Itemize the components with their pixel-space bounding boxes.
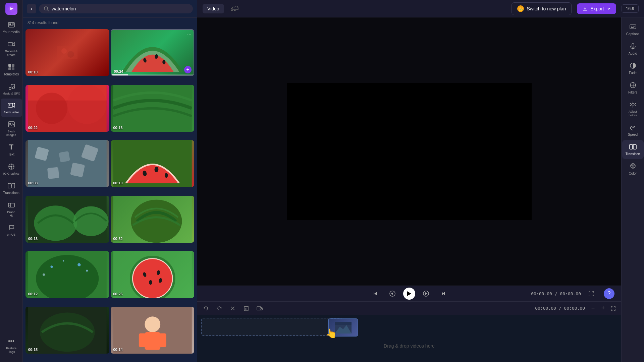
right-tool-audio[interactable]: Audio xyxy=(622,40,644,58)
video-5-duration: 00:08 xyxy=(28,181,38,185)
video-thumb-1[interactable]: 00:10 xyxy=(25,29,109,76)
sidebar-item-transitions[interactable]: Transitions xyxy=(1,179,22,198)
preview-area xyxy=(197,17,621,286)
video-thumb-2[interactable]: ··· 00:24 + xyxy=(111,29,195,76)
video-9-duration: 00:12 xyxy=(28,292,38,296)
video-thumb-12[interactable]: 00:14 xyxy=(111,307,195,354)
search-input-wrap[interactable] xyxy=(39,4,193,13)
svg-rect-3 xyxy=(9,23,11,25)
svg-rect-50 xyxy=(28,140,107,187)
audio-label: Audio xyxy=(629,52,637,56)
right-tool-transition[interactable]: Transition xyxy=(622,140,644,159)
back-button[interactable]: ‹ xyxy=(27,4,36,13)
adjust-colors-label: Adjust colors xyxy=(629,110,637,117)
sidebar-item-your-media[interactable]: Your media xyxy=(1,18,22,37)
video-thumb-11[interactable]: 00:15 xyxy=(25,307,109,354)
svg-point-70 xyxy=(86,270,88,272)
video-thumb-8[interactable]: 00:32 xyxy=(111,196,195,243)
video-2-more[interactable]: ··· xyxy=(187,32,192,38)
right-tool-adjust-colors[interactable]: Adjust colors xyxy=(622,98,644,120)
video-7-duration: 00:13 xyxy=(28,237,38,241)
video-thumb-3[interactable]: 00:22 xyxy=(25,85,109,132)
video-thumb-5[interactable]: 00:08 xyxy=(25,140,109,187)
sidebar-label-record-create: Record & create xyxy=(5,50,18,57)
sidebar-item-text[interactable]: T Text xyxy=(1,140,22,159)
sidebar-item-templates[interactable]: Templates xyxy=(1,60,22,79)
fit-timeline-button[interactable] xyxy=(609,304,617,312)
sidebar-item-stock-video[interactable]: Stock video xyxy=(1,99,22,117)
sidebar-item-stock-images[interactable]: Stock images xyxy=(1,118,22,140)
right-tool-speed[interactable]: Speed xyxy=(622,121,644,139)
help-button[interactable]: ? xyxy=(604,288,614,299)
right-tool-color[interactable]: Color xyxy=(622,160,644,178)
tab-cloud-icon[interactable] xyxy=(229,3,240,14)
svg-rect-12 xyxy=(12,67,14,70)
fade-icon xyxy=(629,62,637,70)
right-tool-captions[interactable]: Captions xyxy=(622,20,644,39)
skip-back-button[interactable] xyxy=(371,288,382,299)
svg-marker-96 xyxy=(391,292,393,295)
adjust-colors-icon xyxy=(629,101,637,109)
video-8-duration: 00:32 xyxy=(113,237,123,241)
sidebar-label-text: Text xyxy=(8,153,14,157)
sidebar-label-your-media: Your media xyxy=(3,30,19,34)
play-button[interactable] xyxy=(403,288,415,300)
svg-rect-10 xyxy=(12,64,14,67)
redo-button[interactable] xyxy=(215,304,224,313)
tab-video[interactable]: Video xyxy=(203,4,224,13)
right-tool-fade[interactable]: Fade xyxy=(622,59,644,78)
new-plan-button[interactable]: 👑 Switch to new plan xyxy=(512,2,572,15)
zoom-out-button[interactable]: − xyxy=(589,304,597,312)
video-thumb-4[interactable]: 00:16 xyxy=(111,85,195,132)
brand-kit-icon xyxy=(7,201,15,209)
color-icon xyxy=(629,162,637,170)
export-button[interactable]: Export xyxy=(577,3,616,14)
video-thumb-7[interactable]: 00:13 xyxy=(25,196,109,243)
sidebar-item-brand-kit[interactable]: Brand kit xyxy=(1,198,22,221)
sidebar-label-transitions: Transitions xyxy=(3,191,19,195)
step-forward-button[interactable] xyxy=(421,288,431,299)
crown-icon: 👑 xyxy=(517,5,524,12)
stock-video-icon xyxy=(7,101,15,109)
right-tool-filters[interactable]: Filters xyxy=(622,78,644,97)
filters-icon xyxy=(629,81,637,89)
video-3-duration: 00:22 xyxy=(28,126,38,130)
svg-point-47 xyxy=(36,93,67,124)
video-thumb-6[interactable]: 00:10 xyxy=(111,140,195,187)
sidebar-item-record-create[interactable]: Record & create xyxy=(1,38,22,60)
svg-rect-119 xyxy=(632,44,634,47)
svg-point-136 xyxy=(631,164,633,166)
sidebar-item-more[interactable]: ••• Feature Flags xyxy=(1,335,22,357)
drop-zone[interactable] xyxy=(201,318,342,336)
sidebar-item-feature-flags[interactable]: en-US xyxy=(1,221,22,239)
svg-rect-55 xyxy=(70,163,85,177)
track-row-1: 👆 xyxy=(201,318,617,338)
search-icon xyxy=(44,6,49,11)
svg-point-84 xyxy=(145,316,160,332)
left-sidebar: Your media Record & create Templates xyxy=(0,0,23,362)
svg-point-40 xyxy=(61,48,67,54)
color-label: Color xyxy=(629,172,637,176)
skip-forward-button[interactable] xyxy=(437,288,447,299)
sidebar-item-music-sfx[interactable]: Music & SFX xyxy=(1,80,22,98)
sidebar-item-graphics[interactable]: 00 Graphics xyxy=(1,160,22,178)
step-back-button[interactable] xyxy=(387,288,398,299)
undo-button[interactable] xyxy=(201,304,211,313)
zoom-in-button[interactable]: + xyxy=(599,304,607,312)
delete-button[interactable] xyxy=(241,304,251,313)
search-input[interactable] xyxy=(52,6,188,11)
sidebar-label-stock-video: Stock video xyxy=(3,111,19,114)
add-to-timeline-button[interactable] xyxy=(255,304,264,313)
text-icon: T xyxy=(7,143,15,151)
video-thumb-10[interactable]: 00:26 xyxy=(111,251,195,298)
search-bar: ‹ xyxy=(23,0,197,18)
record-create-icon xyxy=(7,40,15,48)
video-thumb-9[interactable]: 00:12 xyxy=(25,251,109,298)
drag-clip-thumbnail xyxy=(329,319,358,336)
svg-rect-30 xyxy=(8,183,11,188)
music-sfx-icon xyxy=(7,82,15,90)
transition-icon xyxy=(629,143,637,151)
aspect-ratio-badge[interactable]: 16:9 xyxy=(622,4,639,13)
cut-button[interactable] xyxy=(228,304,237,313)
fullscreen-button[interactable] xyxy=(588,291,594,297)
